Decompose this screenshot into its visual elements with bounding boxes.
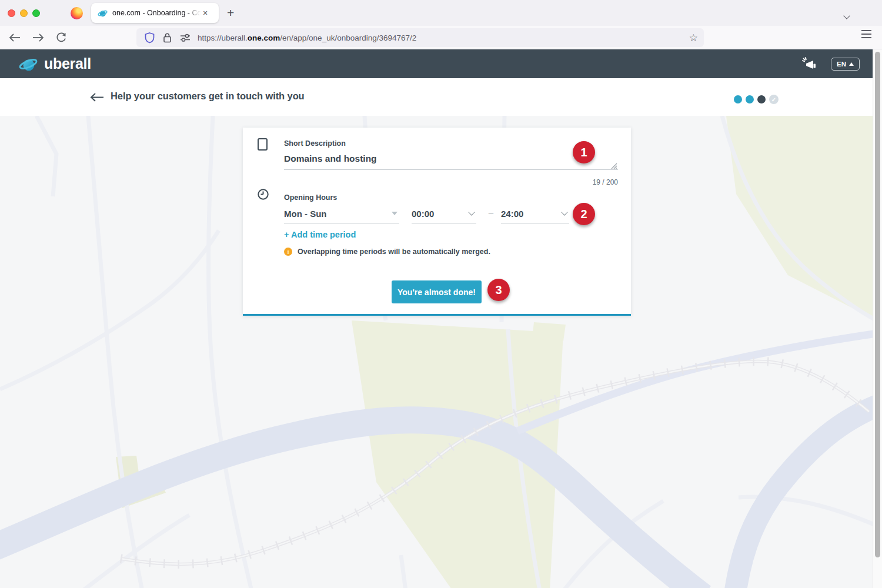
browser-tab[interactable]: one.com - Onboarding - Contact ×	[91, 3, 219, 23]
submit-button[interactable]: You're almost done!	[392, 280, 482, 303]
annotation-badge-1: 1	[573, 141, 595, 163]
tab-title: one.com - Onboarding - Contact	[112, 9, 202, 17]
time-to-select[interactable]: 24:00	[501, 204, 569, 223]
brand-name: uberall	[44, 55, 91, 72]
window-controls[interactable]	[8, 9, 40, 17]
short-description-input[interactable]: Domains and hosting	[284, 153, 377, 164]
language-selector[interactable]: EN	[831, 58, 860, 71]
address-bar[interactable]: https://uberall.one.com/en/app/one_uk/on…	[136, 28, 704, 47]
window-zoom-button[interactable]	[32, 9, 40, 17]
progress-dot-3	[757, 95, 766, 103]
caret-down-icon	[392, 212, 397, 215]
reload-button[interactable]	[55, 32, 71, 44]
chevron-down-icon	[468, 209, 475, 215]
warning-text: Overlapping time periods will be automat…	[298, 248, 490, 256]
annotation-badge-3: 3	[487, 279, 510, 301]
chevron-down-icon	[561, 209, 567, 215]
window-close-button[interactable]	[8, 9, 15, 17]
time-range-separator: –	[484, 207, 498, 217]
back-button[interactable]	[8, 33, 24, 42]
time-from-value: 00:00	[412, 209, 434, 219]
forward-button[interactable]	[32, 33, 47, 42]
warning-icon: !	[284, 248, 292, 256]
days-select-value: Mon - Sun	[284, 209, 326, 219]
add-time-period-link[interactable]: + Add time period	[284, 230, 356, 239]
time-to-value: 24:00	[501, 209, 523, 219]
progress-dot-1	[734, 95, 742, 103]
short-description-icon	[258, 138, 268, 151]
tab-overflow-chevron-icon[interactable]	[844, 10, 849, 21]
bookmark-star-icon[interactable]: ☆	[689, 32, 698, 44]
menu-icon[interactable]	[861, 34, 871, 35]
progress-indicator: ✓	[734, 95, 779, 104]
main-content: Short Description Domains and hosting 19…	[0, 116, 882, 588]
tab-close-icon[interactable]: ×	[203, 8, 208, 18]
textarea-resize-handle[interactable]	[610, 162, 617, 169]
scrollbar-thumb[interactable]	[875, 52, 880, 557]
annotation-badge-2: 2	[573, 203, 595, 225]
progress-dot-2	[746, 95, 754, 103]
lock-icon[interactable]	[162, 32, 173, 44]
shield-icon[interactable]	[144, 32, 155, 44]
progress-dot-done-check-icon: ✓	[769, 95, 779, 104]
short-description-underline	[284, 169, 618, 170]
page-back-button[interactable]	[89, 92, 105, 102]
firefox-icon	[71, 7, 83, 19]
uberall-favicon-icon	[98, 8, 108, 18]
language-label: EN	[837, 61, 846, 68]
new-tab-button[interactable]: +	[227, 5, 234, 21]
page-scrollbar[interactable]	[873, 49, 882, 588]
browser-toolbar: https://uberall.one.com/en/app/one_uk/on…	[0, 26, 882, 49]
uberall-planet-icon	[18, 54, 39, 75]
opening-hours-label: Opening Hours	[284, 193, 337, 202]
page-title: Help your customers get in touch with yo…	[111, 91, 305, 102]
app-header: uberall EN	[0, 49, 882, 78]
clock-icon	[257, 188, 269, 201]
days-select[interactable]: Mon - Sun	[284, 204, 399, 223]
short-description-label: Short Description	[284, 139, 346, 148]
page-title-bar: Help your customers get in touch with yo…	[0, 78, 882, 116]
announcement-megaphone-icon[interactable]	[801, 56, 817, 72]
window-minimize-button[interactable]	[20, 9, 28, 17]
browser-tab-bar: one.com - Onboarding - Contact × +	[0, 0, 882, 26]
permissions-icon[interactable]	[179, 32, 191, 43]
time-from-select[interactable]: 00:00	[412, 204, 476, 223]
overlap-warning: ! Overlapping time periods will be autom…	[284, 248, 490, 256]
url-text[interactable]: https://uberall.one.com/en/app/one_uk/on…	[198, 34, 684, 42]
caret-up-icon	[849, 62, 854, 66]
uberall-logo[interactable]: uberall	[18, 54, 91, 75]
character-counter: 19 / 200	[593, 178, 618, 186]
